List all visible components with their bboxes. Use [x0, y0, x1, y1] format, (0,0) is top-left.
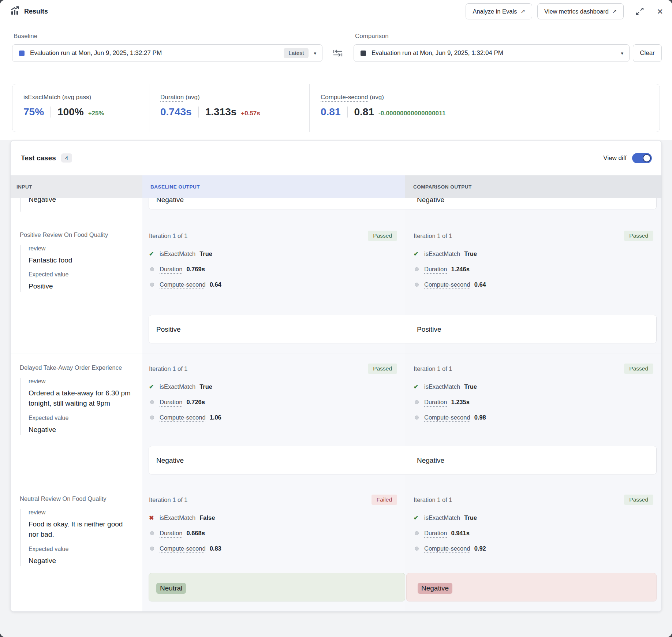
- baseline-output-text: Negative: [156, 198, 184, 204]
- comparison-output-text: Positive: [417, 325, 441, 334]
- metric-value: 0.726s: [186, 399, 205, 406]
- table-row: Delayed Take-Away Order Experience revie…: [11, 354, 661, 485]
- field-value: Food is okay. It is neither good nor bad…: [29, 519, 131, 540]
- column-header-input: INPUT: [11, 175, 142, 198]
- metric-item: Duration1.235s: [414, 399, 653, 406]
- metric-item: Duration0.769s: [149, 266, 397, 273]
- bullet-icon: [150, 283, 154, 287]
- baseline-color-swatch: [19, 51, 25, 56]
- metric-item: Compute-second0.64: [149, 281, 397, 288]
- page-title: Results: [24, 8, 48, 15]
- toggle-knob: [643, 154, 651, 162]
- divider: [198, 107, 199, 118]
- check-icon: ✔: [414, 250, 420, 257]
- swap-runs-button[interactable]: [322, 44, 354, 62]
- chevron-down-icon: ▾: [621, 51, 623, 56]
- output-box: Positive Positive: [149, 315, 657, 343]
- chevron-down-icon: ▾: [314, 51, 316, 56]
- baseline-output-text: Positive: [156, 325, 181, 334]
- bullet-icon: [150, 400, 154, 404]
- view-diff-control: View diff: [603, 153, 652, 163]
- comparison-run-select[interactable]: Evaluation run at Mon, Jun 9, 2025, 1:32…: [354, 44, 630, 62]
- metric-name[interactable]: Duration: [424, 399, 447, 406]
- view-metrics-dashboard-button[interactable]: View metrics dashboard ↗: [537, 3, 624, 19]
- baseline-output-text: Negative: [156, 457, 184, 465]
- field-label: Expected value: [29, 415, 135, 421]
- metric-name[interactable]: Compute-second: [424, 545, 470, 552]
- metric-name[interactable]: Duration: [424, 530, 447, 537]
- test-cases-header: Test cases 4 View diff: [11, 141, 661, 175]
- metric-list: ✔isExactMatchTrue Duration0.769s Compute…: [149, 250, 397, 288]
- metric-item: ✔isExactMatchTrue: [414, 383, 653, 390]
- metric-value: 0.98: [474, 414, 486, 421]
- bottom-gap: [10, 612, 662, 623]
- input-indent: review Food is okay. It is neither good …: [20, 509, 135, 566]
- metric-value: 0.92: [474, 545, 486, 552]
- metric-item: ✔isExactMatchTrue: [149, 250, 397, 257]
- baseline-metric-value: 0.81: [321, 106, 341, 118]
- external-link-icon: ↗: [520, 8, 525, 15]
- comparison-output-text: Negative: [417, 457, 444, 465]
- baseline-run-select[interactable]: Evaluation run at Mon, Jun 9, 2025, 1:32…: [12, 44, 322, 62]
- analyze-in-evals-label: Analyze in Evals: [473, 8, 517, 15]
- baseline-metric-value: 0.743s: [160, 106, 192, 118]
- run-selector-row: Baseline Evaluation run at Mon, Jun 9, 2…: [0, 23, 672, 62]
- metric-value: 0.941s: [451, 530, 469, 537]
- modal-top-section: Results Analyze in Evals ↗ View metrics …: [0, 0, 672, 140]
- analyze-in-evals-button[interactable]: Analyze in Evals ↗: [466, 3, 532, 19]
- header-actions: Analyze in Evals ↗ View metrics dashboar…: [466, 3, 665, 19]
- metric-delta: -0.00000000000000011: [378, 110, 446, 117]
- title-wrap: Results: [10, 6, 48, 17]
- iteration-label: Iteration 1 of 1: [149, 232, 188, 239]
- metric-name[interactable]: Duration: [424, 266, 447, 273]
- test-cases-table-body[interactable]: Negative Negative Negative Positive Revi…: [11, 198, 661, 611]
- baseline-diff-output-box: Neutral: [149, 573, 405, 601]
- status-badge: Passed: [624, 231, 653, 241]
- metric-name[interactable]: Compute-second: [424, 281, 470, 288]
- metric-name[interactable]: Compute-second: [160, 545, 206, 552]
- metric-value: True: [464, 250, 477, 257]
- metric-item: ✔isExactMatchTrue: [149, 383, 397, 390]
- metric-name[interactable]: Duration: [160, 399, 182, 406]
- metric-value: 0.64: [210, 281, 221, 288]
- metric-name[interactable]: Duration: [160, 530, 182, 537]
- expand-icon[interactable]: [634, 5, 646, 17]
- comparison-output-text: Negative: [417, 198, 444, 204]
- clear-comparison-button[interactable]: Clear: [633, 44, 662, 62]
- bullet-icon: [150, 531, 154, 535]
- view-diff-toggle[interactable]: [632, 153, 652, 163]
- bullet-icon: [415, 283, 419, 287]
- iteration-label: Iteration 1 of 1: [149, 496, 188, 503]
- metric-list: ✔isExactMatchTrue Duration1.246s Compute…: [414, 250, 653, 288]
- field-label: review: [29, 378, 135, 385]
- metric-item: ✔isExactMatchTrue: [414, 514, 653, 521]
- metric-name[interactable]: Compute-second: [424, 414, 470, 421]
- metric-isexactmatch: isExactMatch (avg pass) 75% 100% +25%: [12, 84, 149, 132]
- metric-label: Compute-second (avg): [321, 94, 652, 101]
- column-header-row: INPUT BASELINE OUTPUT COMPARISON OUTPUT: [11, 175, 661, 198]
- input-cell: Delayed Take-Away Order Experience revie…: [11, 354, 142, 485]
- input-indent: review Fantastic food Expected value Pos…: [20, 245, 135, 292]
- divider: [347, 107, 348, 118]
- bullet-icon: [415, 416, 419, 420]
- metric-name[interactable]: Duration: [160, 266, 182, 273]
- metric-value: 1.06: [210, 414, 221, 421]
- metric-item: Compute-second1.06: [149, 414, 397, 421]
- field-label: review: [29, 245, 135, 252]
- comparison-color-swatch: [361, 51, 366, 56]
- metric-name: isExactMatch: [424, 383, 460, 390]
- field-label: Expected value: [29, 546, 135, 552]
- metric-values: 0.743s 1.313s +0.57s: [160, 106, 302, 118]
- comparison-label: Comparison: [355, 33, 630, 40]
- comparison-metric-value: 1.313s: [205, 106, 237, 118]
- test-cases-count-badge: 4: [61, 153, 72, 163]
- metric-value: 1.235s: [451, 399, 469, 406]
- table-row-clipped: Negative Negative Negative: [11, 198, 661, 221]
- metric-name[interactable]: Compute-second: [160, 281, 206, 288]
- status-badge: Passed: [368, 364, 397, 374]
- bullet-icon: [415, 531, 419, 535]
- table-row: Positive Review On Food Quality review F…: [11, 221, 661, 354]
- close-icon[interactable]: ✕: [655, 6, 665, 17]
- input-indent: review Ordered a take-away for 6.30 pm t…: [20, 378, 135, 435]
- metric-name[interactable]: Compute-second: [160, 414, 206, 421]
